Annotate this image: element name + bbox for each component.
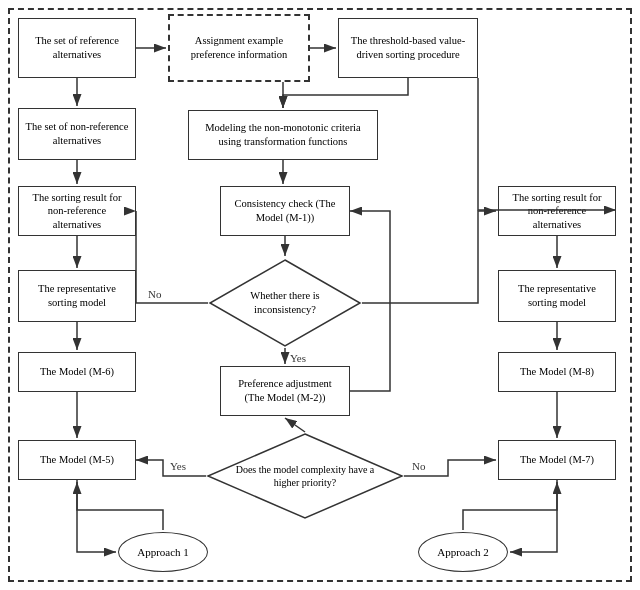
rep-sorting-left-box: The representative sorting model [18,270,136,322]
ref-alternatives-box: The set of reference alternatives [18,18,136,78]
sorting-result-right-box: The sorting result for non-reference alt… [498,186,616,236]
assignment-example-box: Assignment example preference informatio… [168,14,310,82]
complexity-diamond: Does the model complexity have a higher … [206,432,404,520]
threshold-based-box: The threshold-based value-driven sorting… [338,18,478,78]
model-m5-box: The Model (M-5) [18,440,136,480]
approach1-oval: Approach 1 [118,532,208,572]
flowchart-diagram: The set of reference alternatives Assign… [0,0,640,590]
modeling-box: Modeling the non-monotonic criteria usin… [188,110,378,160]
inconsistency-diamond: Whether there is inconsistency? [208,258,362,348]
consistency-check-box: Consistency check (The Model (M-1)) [220,186,350,236]
sorting-result-left-box: The sorting result for non-reference alt… [18,186,136,236]
rep-sorting-right-box: The representative sorting model [498,270,616,322]
preference-adj-box: Preference adjustment (The Model (M-2)) [220,366,350,416]
model-m7-box: The Model (M-7) [498,440,616,480]
non-ref-alternatives-box: The set of non-reference alternatives [18,108,136,160]
model-m6-box: The Model (M-6) [18,352,136,392]
approach2-oval: Approach 2 [418,532,508,572]
model-m8-box: The Model (M-8) [498,352,616,392]
